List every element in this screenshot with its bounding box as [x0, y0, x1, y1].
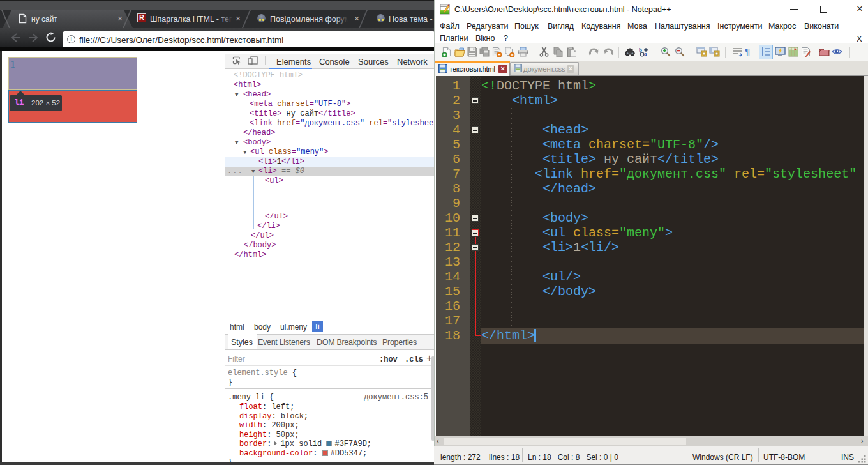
- svg-text:b: b: [639, 47, 642, 53]
